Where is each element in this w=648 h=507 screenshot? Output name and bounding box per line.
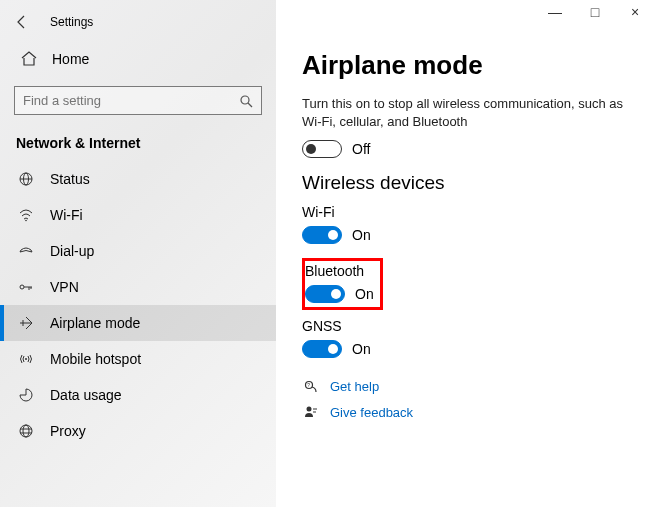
svg-point-6 — [20, 285, 24, 289]
help-label: Get help — [330, 379, 379, 394]
get-help-link[interactable]: ? Get help — [302, 378, 628, 394]
gnss-state: On — [352, 341, 371, 357]
nav-label: VPN — [50, 279, 79, 295]
globe-icon — [16, 171, 36, 187]
nav-label: Data usage — [50, 387, 122, 403]
device-wifi: Wi-Fi On — [302, 204, 628, 244]
search-icon — [239, 94, 253, 108]
wifi-state: On — [352, 227, 371, 243]
help-icon: ? — [302, 378, 320, 394]
home-icon — [20, 50, 38, 68]
svg-line-1 — [248, 103, 252, 107]
page-description: Turn this on to stop all wireless commun… — [302, 95, 628, 130]
wireless-heading: Wireless devices — [302, 172, 628, 194]
minimize-button[interactable]: — — [546, 4, 564, 20]
airplane-toggle-label: Off — [352, 141, 370, 157]
nav-list: Status Wi-Fi Dial-up VPN — [0, 161, 276, 449]
sidebar: Settings Home Network & Internet Status — [0, 0, 276, 507]
svg-text:?: ? — [307, 382, 310, 388]
feedback-label: Give feedback — [330, 405, 413, 420]
hotspot-icon — [16, 351, 36, 367]
wifi-label: Wi-Fi — [302, 204, 628, 220]
gnss-toggle[interactable] — [302, 340, 342, 358]
bluetooth-toggle[interactable] — [305, 285, 345, 303]
content-pane: — □ × Airplane mode Turn this on to stop… — [276, 0, 648, 507]
home-label: Home — [52, 51, 89, 67]
nav-hotspot[interactable]: Mobile hotspot — [0, 341, 276, 377]
svg-point-8 — [20, 425, 32, 437]
search-input[interactable] — [23, 93, 239, 108]
nav-label: Wi-Fi — [50, 207, 83, 223]
nav-datausage[interactable]: Data usage — [0, 377, 276, 413]
airplane-toggle-row: Off — [302, 140, 628, 158]
device-bluetooth: Bluetooth On — [305, 263, 374, 303]
titlebar: Settings — [0, 8, 276, 40]
bluetooth-label: Bluetooth — [305, 263, 374, 279]
maximize-button[interactable]: □ — [586, 4, 604, 20]
svg-point-7 — [25, 358, 27, 360]
nav-airplane[interactable]: Airplane mode — [0, 305, 276, 341]
bluetooth-highlight: Bluetooth On — [302, 258, 383, 310]
gnss-label: GNSS — [302, 318, 628, 334]
airplane-icon — [16, 315, 36, 331]
nav-label: Mobile hotspot — [50, 351, 141, 367]
nav-label: Dial-up — [50, 243, 94, 259]
wifi-icon — [16, 207, 36, 223]
device-gnss: GNSS On — [302, 318, 628, 358]
nav-label: Airplane mode — [50, 315, 140, 331]
bluetooth-state: On — [355, 286, 374, 302]
feedback-link[interactable]: Give feedback — [302, 404, 628, 420]
svg-point-14 — [307, 407, 312, 412]
svg-point-9 — [23, 425, 29, 437]
page-title: Airplane mode — [302, 50, 628, 81]
dialup-icon — [16, 243, 36, 259]
vpn-icon — [16, 279, 36, 295]
nav-label: Status — [50, 171, 90, 187]
nav-wifi[interactable]: Wi-Fi — [0, 197, 276, 233]
section-heading: Network & Internet — [0, 129, 276, 161]
home-link[interactable]: Home — [0, 40, 276, 78]
svg-point-0 — [241, 96, 249, 104]
footer-links: ? Get help Give feedback — [302, 378, 628, 420]
back-button[interactable] — [14, 14, 30, 30]
airplane-toggle[interactable] — [302, 140, 342, 158]
feedback-icon — [302, 404, 320, 420]
nav-proxy[interactable]: Proxy — [0, 413, 276, 449]
search-box[interactable] — [14, 86, 262, 115]
datausage-icon — [16, 387, 36, 403]
close-button[interactable]: × — [626, 4, 644, 20]
nav-vpn[interactable]: VPN — [0, 269, 276, 305]
nav-dialup[interactable]: Dial-up — [0, 233, 276, 269]
window-title: Settings — [50, 15, 93, 29]
window-controls: — □ × — [546, 4, 644, 20]
nav-status[interactable]: Status — [0, 161, 276, 197]
proxy-icon — [16, 423, 36, 439]
nav-label: Proxy — [50, 423, 86, 439]
svg-point-5 — [25, 220, 27, 222]
wifi-toggle[interactable] — [302, 226, 342, 244]
